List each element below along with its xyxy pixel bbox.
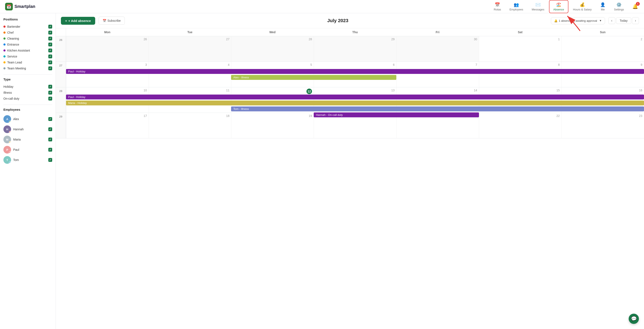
position-left: Cleaning	[4, 37, 19, 40]
position-checkbox[interactable]	[48, 60, 52, 64]
employee-checkbox[interactable]	[48, 138, 52, 142]
day-cell: 6	[314, 62, 396, 87]
absence-bar[interactable]: Maria - Holiday	[66, 100, 644, 106]
position-name: Chef	[7, 31, 14, 34]
nav-absence[interactable]: 🏖️ Absence	[549, 0, 568, 13]
employee-checkbox[interactable]	[48, 158, 52, 162]
employee-checkbox[interactable]	[48, 117, 52, 121]
day-number: 2	[640, 38, 642, 41]
type-left: Holiday	[4, 85, 14, 88]
logo-icon: 📆	[5, 3, 13, 10]
sidebar-position-item: Team Lead	[4, 60, 52, 65]
prev-arrow[interactable]: ‹	[608, 17, 615, 24]
day-number: 8	[558, 63, 560, 66]
nav-rotas[interactable]: 📅 Rotas	[490, 0, 505, 13]
day-number: 14	[474, 88, 477, 92]
next-arrow[interactable]: ›	[632, 17, 639, 24]
logo: 📆 Smartplan	[5, 3, 35, 10]
position-checkbox[interactable]	[48, 54, 52, 58]
sidebar-employee-item: T Tom	[4, 155, 52, 165]
employee-left: T Tom	[4, 156, 19, 164]
sidebar-type-item: Illness	[4, 90, 52, 96]
nav-bell[interactable]: 🔔 1	[631, 3, 639, 10]
avatar-dot	[9, 162, 11, 164]
sidebar-employee-item: M Maria	[4, 134, 52, 144]
divider-1	[4, 74, 52, 74]
absence-bar[interactable]: Paul - Holiday	[66, 69, 644, 74]
position-checkbox[interactable]	[48, 42, 52, 46]
day-number: 22	[556, 114, 560, 118]
week-row: 262728293012	[66, 36, 644, 62]
absence-alert-label: 1 absence(s) awaiting approval	[559, 19, 597, 22]
avatar-initials: A	[6, 118, 8, 121]
position-checkbox[interactable]	[48, 31, 52, 34]
nav-employees[interactable]: 👥 Employees	[506, 0, 527, 13]
nav-settings[interactable]: ⚙️ Settings	[610, 0, 628, 13]
day-cell: 18	[149, 113, 231, 138]
position-checkbox[interactable]	[48, 37, 52, 40]
dropdown-icon: ▼	[599, 19, 602, 22]
employee-checkbox[interactable]	[48, 127, 52, 131]
subscribe-button[interactable]: 📅 Subscribe	[98, 16, 125, 25]
position-dot	[4, 55, 6, 58]
absence-bar[interactable]: Tom - Illness	[231, 106, 644, 111]
sidebar-employee-item: A Alex	[4, 114, 52, 124]
position-left: Team Lead	[4, 61, 22, 64]
type-checkbox[interactable]	[48, 85, 52, 88]
absence-bar[interactable]: Hannah - On-call duty	[314, 112, 479, 117]
position-checkbox[interactable]	[48, 25, 52, 28]
position-name: Team Meeting	[7, 67, 26, 70]
main-layout: Positions Bartender Chef Cleaning Entran…	[0, 13, 644, 329]
messages-icon: ✉️	[536, 2, 541, 7]
day-cell: 10	[66, 87, 149, 113]
avatar-dot	[9, 152, 11, 154]
logo-text: Smartplan	[14, 4, 35, 9]
day-number: 6	[393, 63, 394, 66]
avatar: T	[4, 156, 11, 164]
day-number: 11	[226, 88, 230, 92]
position-left: Bartender	[4, 25, 20, 28]
nav-settings-label: Settings	[614, 8, 624, 11]
employee-left: M Maria	[4, 136, 21, 143]
absence-bar[interactable]: Paul - Holiday	[66, 94, 644, 100]
absence-bar[interactable]: Alex - Illness	[231, 75, 396, 80]
sidebar-type-item: On-call duty	[4, 96, 52, 102]
position-left: Chef	[4, 31, 14, 34]
type-name: Holiday	[4, 85, 14, 88]
avatar-dot	[9, 131, 11, 133]
day-cell: 26	[66, 36, 149, 62]
nav-messages[interactable]: ✉️ Messages	[528, 0, 548, 13]
position-name: Service	[7, 55, 17, 58]
type-checkbox[interactable]	[48, 91, 52, 94]
day-cell: 22	[479, 113, 562, 138]
day-header: Sat	[479, 28, 562, 36]
sidebar-position-item: Kitchen Assistant	[4, 48, 52, 54]
employee-checkbox[interactable]	[48, 148, 52, 152]
position-left: Kitchen Assistant	[4, 49, 30, 52]
type-checkbox[interactable]	[48, 97, 52, 100]
content-area: + + Add absence 📅 Subscribe July 2023 🔔 …	[56, 13, 644, 329]
absence-alert[interactable]: 🔔 1 absence(s) awaiting approval ▼	[551, 17, 605, 24]
nav-hours-salary[interactable]: 💰 Hours & Salary	[569, 0, 596, 13]
avatar-dot	[9, 141, 11, 143]
nav-me[interactable]: 👤 Me	[596, 0, 609, 13]
nav-rotas-label: Rotas	[494, 8, 501, 11]
add-absence-icon: +	[65, 19, 67, 22]
calendar-icon: 📅	[103, 19, 106, 22]
day-number: 10	[144, 88, 147, 92]
employee-name: Tom	[13, 158, 19, 162]
bell-badge: 1	[636, 2, 640, 6]
today-button[interactable]: Today	[616, 18, 631, 24]
day-number: 16	[639, 88, 642, 92]
week-row: 10111213141516Paul - HolidayMaria - Holi…	[66, 87, 644, 113]
day-number: 4	[228, 63, 230, 66]
nav-hours-salary-label: Hours & Salary	[573, 8, 592, 11]
avatar-initials: T	[6, 158, 8, 162]
position-checkbox[interactable]	[48, 66, 52, 70]
add-absence-button[interactable]: + + Add absence	[61, 17, 95, 25]
employee-name: Maria	[13, 138, 21, 141]
position-checkbox[interactable]	[48, 48, 52, 52]
day-number: 23	[639, 114, 642, 118]
chat-bubble[interactable]: 💬	[629, 314, 639, 324]
day-number: 12	[306, 88, 312, 94]
